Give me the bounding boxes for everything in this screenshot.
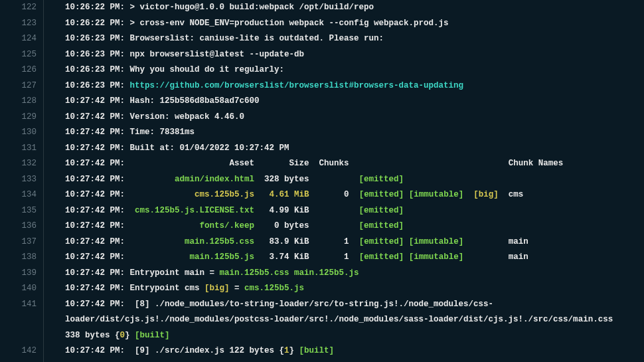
log-text: [emitted] [immutable] <box>359 190 464 199</box>
log-text <box>125 252 190 262</box>
log-text: Browserslist: caniuse-lite is outdated. … <box>125 34 384 43</box>
line-number: 142 <box>0 343 37 359</box>
log-timestamp: 10:26:22 PM: <box>65 19 125 28</box>
log-text: admin/index.html <box>175 175 254 184</box>
log-timestamp: 10:27:42 PM: <box>65 190 125 199</box>
log-text: 4.61 MiB <box>270 190 309 199</box>
log-text: main.125b5.css <box>220 268 289 278</box>
log-text: [big] <box>473 190 499 199</box>
log-text: Size <box>289 159 309 168</box>
log-text <box>200 284 205 293</box>
log-line: 10:27:42 PM: [8] ./node_modules/to-strin… <box>65 297 629 344</box>
log-text: cms.125b5.js <box>195 190 254 199</box>
log-text: main.125b5.js <box>190 252 255 262</box>
log-timestamp: 10:27:42 PM: <box>65 112 125 122</box>
log-timestamp: 10:27:42 PM: <box>65 175 125 184</box>
line-gutter: 1221231241251261271281291301311321331341… <box>0 0 43 362</box>
log-content: 10:26:22 PM: > victor-hugo@1.0.0 build:w… <box>44 0 644 362</box>
log-text: main <box>463 252 528 262</box>
log-text: main.125b5.js <box>294 268 359 278</box>
log-timestamp: 10:27:42 PM: <box>65 221 125 230</box>
line-number: 133 <box>0 172 37 188</box>
log-text: cms.125b5.js.LICENSE.txt <box>135 206 254 215</box>
log-text: Entrypoint <box>125 284 185 293</box>
log-timestamp: 10:26:22 PM: <box>65 3 125 12</box>
log-text: Why you should do it regularly: <box>125 65 284 74</box>
log-text: [emitted] <box>359 221 404 230</box>
log-text: 1 <box>284 346 289 355</box>
line-number: 126 <box>0 62 37 78</box>
log-line: 10:27:42 PM: Time: 78381ms <box>65 125 644 141</box>
log-text: > cross-env NODE_ENV=production webpack … <box>125 19 449 28</box>
log-text: > victor-hugo@1.0.0 build:webpack /opt/b… <box>125 3 374 12</box>
build-log: 1221231241251261271281291301311321331341… <box>0 0 644 362</box>
log-text <box>349 237 359 246</box>
log-line: 10:27:42 PM: main.125b5.css 83.9 KiB 1 [… <box>65 234 644 250</box>
log-line: 10:27:42 PM: fonts/.keep 0 bytes [emitte… <box>65 219 644 234</box>
log-text: [emitted] <box>359 206 404 215</box>
log-timestamp: 10:26:23 PM: <box>65 34 125 43</box>
log-line: 10:27:42 PM: Built at: 01/04/2022 10:27:… <box>65 141 644 157</box>
log-text <box>125 221 200 230</box>
log-text: 0 bytes <box>254 221 359 230</box>
log-text: Asset <box>230 159 255 168</box>
line-number: 139 <box>0 266 37 282</box>
log-text: 1 <box>344 237 349 246</box>
log-line: 10:27:42 PM: cms.125b5.js 4.61 MiB 0 [em… <box>65 187 644 203</box>
log-text: 78381 <box>160 128 185 137</box>
log-text: ./src/index.js <box>155 346 224 355</box>
line-number: 136 <box>0 219 37 234</box>
log-text: 4.99 KiB <box>254 206 359 215</box>
log-text: [9] <box>125 346 155 355</box>
line-number: 129 <box>0 110 37 126</box>
log-line: 10:27:42 PM: admin/index.html 328 bytes … <box>65 172 644 188</box>
log-text: main.125b5.css <box>185 237 254 246</box>
line-number: 143 <box>0 359 37 363</box>
log-text: npx browserslist@latest --update-db <box>125 50 304 59</box>
log-text: 0 <box>344 190 349 199</box>
log-text <box>254 190 270 199</box>
log-line: 10:27:42 PM: Asset Size Chunks Chunk Nam… <box>65 156 644 172</box>
log-text: 4.46.0 <box>214 112 244 122</box>
log-timestamp: 10:26:23 PM: <box>65 81 125 90</box>
line-number: 128 <box>0 94 37 110</box>
log-line: 10:26:22 PM: > cross-env NODE_ENV=produc… <box>65 16 644 32</box>
line-number: 135 <box>0 203 37 219</box>
log-line: 10:27:42 PM: Hash: 125b586d8ba58ad7c600 <box>65 94 644 110</box>
log-timestamp: 10:27:42 PM: <box>65 346 125 355</box>
log-text: [emitted] <box>359 175 404 184</box>
log-timestamp: 10:27:42 PM: <box>65 284 125 293</box>
log-timestamp: 10:27:42 PM: <box>65 237 125 246</box>
log-link[interactable]: https://github.com/browserslist/browsers… <box>130 81 464 90</box>
log-text: Version: webpack <box>125 112 214 122</box>
log-text <box>463 190 473 199</box>
log-line: 10:27:42 PM: [9] ./src/index.js 122 byte… <box>65 343 644 359</box>
log-timestamp: 10:27:42 PM: <box>65 252 125 262</box>
log-timestamp: 10:27:42 PM: <box>65 96 125 106</box>
log-text: main <box>463 237 528 246</box>
log-text: ms <box>185 128 195 137</box>
log-text: Time: <box>125 128 160 137</box>
log-text: Chunks <box>319 159 349 168</box>
log-line: 10:26:22 PM: > victor-hugo@1.0.0 build:w… <box>65 0 644 16</box>
log-text: = <box>230 284 245 293</box>
log-text <box>289 268 295 278</box>
log-text: 83.9 KiB <box>254 237 344 246</box>
log-text: [emitted] [immutable] <box>359 237 464 246</box>
log-text: cms <box>185 284 200 293</box>
line-number: 130 <box>0 125 37 141</box>
log-line: 10:26:23 PM: Browserslist: caniuse-lite … <box>65 31 644 47</box>
log-timestamp: 10:26:23 PM: <box>65 65 125 74</box>
log-text <box>125 190 195 199</box>
line-number: 127 <box>0 78 37 94</box>
log-text: 328 bytes <box>254 175 359 184</box>
log-text <box>125 159 230 168</box>
line-number: 122 <box>0 0 37 16</box>
log-text <box>349 159 509 168</box>
log-text <box>349 190 359 199</box>
log-text <box>125 175 175 184</box>
line-number: 125 <box>0 47 37 63</box>
log-text <box>125 81 130 90</box>
log-text: cms <box>499 190 524 199</box>
log-line: 10:27:42 PM: Version: webpack 4.46.0 <box>65 110 644 126</box>
